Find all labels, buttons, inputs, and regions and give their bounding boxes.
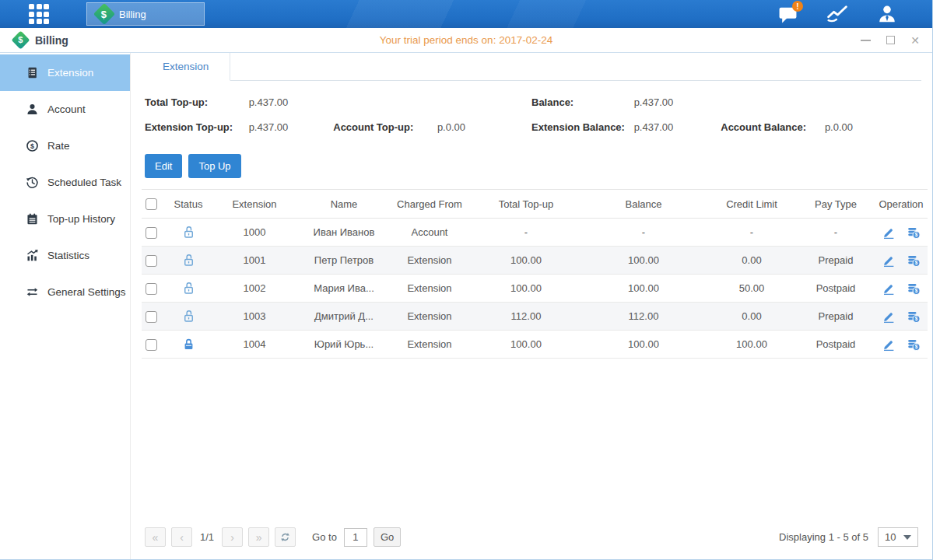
row-checkbox[interactable] [146, 227, 157, 239]
cell-pay-type: Postpaid [797, 275, 875, 303]
topup-row-icon[interactable] [907, 282, 921, 296]
edit-row-icon[interactable] [882, 254, 896, 268]
status-lock-icon [181, 338, 196, 349]
column-balance: Balance [580, 190, 707, 219]
page-size-select[interactable]: 10 [878, 527, 918, 547]
cell-pay-type: Prepaid [797, 247, 875, 275]
edit-row-icon[interactable] [882, 338, 896, 352]
user-account-icon[interactable] [877, 4, 897, 24]
extensions-table: Status Extension Name Charged From Total… [142, 189, 928, 359]
summary-panel: Total Top-up: p.437.00 Extension Top-up:… [142, 81, 921, 149]
status-lock-icon [181, 282, 196, 293]
window-title: Billing [35, 34, 68, 47]
app-tab-billing[interactable]: $ Billing [86, 2, 205, 26]
row-checkbox[interactable] [146, 283, 157, 295]
edit-row-icon[interactable] [882, 226, 896, 240]
column-charged-from: Charged From [388, 190, 472, 219]
notifications-icon[interactable]: ! [777, 4, 798, 24]
cell-credit-limit: - [707, 219, 797, 247]
cell-pay-type: - [797, 219, 875, 247]
cell-total-topup: 100.00 [472, 331, 580, 359]
prev-page-button[interactable]: ‹ [171, 527, 192, 547]
tab-extension[interactable]: Extension [142, 53, 230, 81]
go-button[interactable]: Go [374, 527, 401, 547]
edit-row-icon[interactable] [882, 282, 896, 296]
next-page-button[interactable]: › [222, 527, 243, 547]
column-operation: Operation [875, 190, 928, 219]
account-balance-value: p.0.00 [825, 121, 853, 133]
window-billing-icon: $ [11, 30, 30, 49]
first-page-button[interactable]: « [145, 527, 166, 547]
sidebar-item-rate[interactable]: Rate [0, 128, 130, 164]
calendar-icon [26, 212, 39, 226]
cell-extension: 1003 [209, 303, 300, 331]
extension-balance-value: p.437.00 [634, 121, 718, 133]
top-up-button[interactable]: Top Up [188, 154, 240, 178]
column-extension: Extension [209, 190, 300, 219]
cell-extension: 1002 [209, 275, 300, 303]
sidebar-item-label: Rate [47, 140, 70, 152]
cell-credit-limit: 0.00 [707, 303, 797, 331]
status-lock-icon [181, 310, 196, 321]
sidebar-item-statistics[interactable]: Statistics [0, 237, 130, 274]
sidebar-item-extension[interactable]: Extension [0, 54, 130, 91]
cell-charged-from: Extension [388, 275, 472, 303]
row-checkbox[interactable] [146, 339, 157, 351]
close-button[interactable]: ✕ [909, 34, 921, 47]
table-header-row: Status Extension Name Charged From Total… [142, 190, 928, 219]
topup-row-icon[interactable] [907, 310, 921, 324]
chevron-down-icon [903, 535, 911, 540]
total-topup-label: Total Top-up: [145, 96, 246, 108]
balance-value: p.437.00 [634, 96, 674, 108]
edit-button[interactable]: Edit [145, 154, 182, 178]
table-row: 1000 Иван Иванов Account - - - - [142, 219, 928, 247]
cell-extension: 1004 [209, 331, 300, 359]
cell-extension: 1000 [209, 219, 300, 247]
sidebar-item-label: Scheduled Task [47, 177, 121, 188]
topup-row-icon[interactable] [907, 338, 921, 352]
cell-name: Мария Ива... [300, 275, 388, 303]
pagination-bar: « ‹ 1/1 › » Go to Go Displaying 1 - 5 of… [142, 521, 921, 559]
cell-total-topup: 112.00 [472, 303, 580, 331]
refresh-button[interactable] [275, 527, 296, 547]
window-controls: ✕ [859, 34, 921, 47]
table-row: 1002 Мария Ива... Extension 100.00 100.0… [142, 275, 928, 303]
balance-label: Balance: [531, 96, 631, 108]
column-total-topup: Total Top-up [472, 190, 580, 219]
sidebar-item-scheduled-task[interactable]: Scheduled Task [0, 164, 130, 201]
table-row: 1003 Дмитрий Д... Extension 112.00 112.0… [142, 303, 928, 331]
sidebar-item-label: Extension [47, 67, 93, 79]
cell-charged-from: Extension [388, 303, 472, 331]
cell-charged-from: Extension [388, 247, 472, 275]
cell-total-topup: 100.00 [472, 275, 580, 303]
sidebar-item-account[interactable]: Account [0, 91, 130, 128]
last-page-button[interactable]: » [248, 527, 269, 547]
sidebar-item-general-settings[interactable]: General Settings [0, 274, 130, 310]
sliders-icon [26, 285, 39, 299]
page-size-value: 10 [885, 531, 896, 543]
table-row: 1004 Юрий Юрь... Extension 100.00 100.00… [142, 331, 928, 359]
maximize-button[interactable] [884, 34, 896, 47]
reports-chart-icon[interactable] [827, 4, 847, 24]
cell-total-topup: - [472, 219, 580, 247]
extension-topup-label: Extension Top-up: [145, 121, 246, 133]
topup-row-icon[interactable] [907, 226, 921, 240]
edit-row-icon[interactable] [882, 310, 896, 324]
cell-charged-from: Account [388, 219, 472, 247]
select-all-checkbox[interactable] [146, 198, 157, 210]
status-lock-icon [181, 254, 196, 265]
sidebar-item-label: Top-up History [47, 213, 115, 225]
sidebar-item-label: Statistics [47, 250, 89, 261]
sidebar-item-topup-history[interactable]: Top-up History [0, 201, 130, 237]
dollar-circle-icon [26, 139, 39, 152]
row-checkbox[interactable] [146, 311, 157, 323]
column-credit-limit: Credit Limit [707, 190, 797, 219]
goto-page-input[interactable] [344, 528, 367, 547]
window-title-bar: $ Billing Your trial period ends on: 201… [0, 28, 932, 53]
row-checkbox[interactable] [146, 255, 157, 267]
tab-strip: Extension [142, 53, 921, 81]
history-clock-icon [26, 176, 39, 189]
topup-row-icon[interactable] [907, 254, 921, 268]
minimize-button[interactable] [859, 34, 872, 47]
app-grid-menu-icon[interactable] [29, 4, 49, 24]
